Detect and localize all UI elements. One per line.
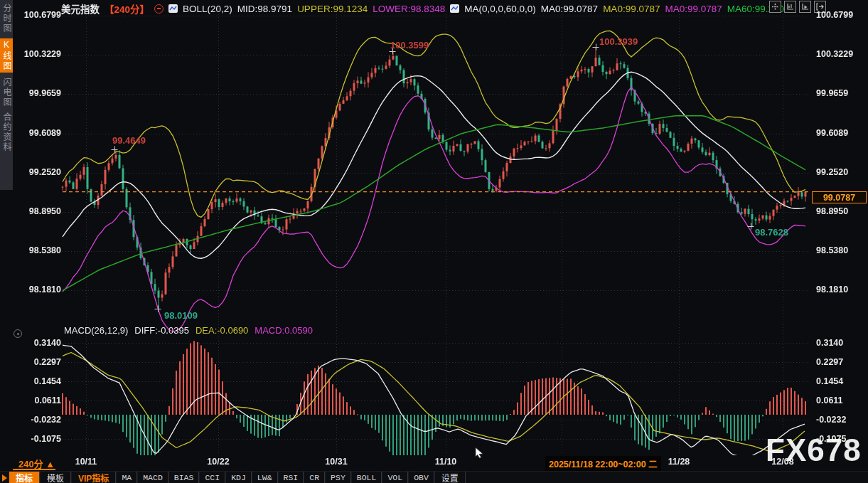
toolbar-item-macd[interactable]: MACD	[137, 472, 168, 483]
macd-params-label: MACD(26,12,9)	[64, 325, 128, 336]
period-label[interactable]: 【240分】	[105, 1, 149, 16]
price-axis-label: 99.2520	[816, 167, 860, 177]
macd-dea-value: DEA:-0.0690	[195, 325, 248, 336]
boll-label: BOLL(20,2)	[183, 4, 232, 14]
macd-axis-label: 0.2297	[17, 357, 61, 367]
date-tick: 11/10	[435, 457, 457, 467]
price-axis-label: 100.3229	[17, 49, 61, 59]
date-tick: 10/22	[207, 457, 229, 467]
low-label: 98.7628	[755, 227, 788, 238]
left-sidebar: 分时图 K线图 闪电图 合约资料	[0, 0, 13, 190]
high-label: 100.3939	[599, 36, 638, 47]
macd-axis-label: 0.2297	[816, 357, 860, 367]
toolbar-item-rsi[interactable]: RSI	[278, 472, 304, 483]
macd-axis-label: 0.1454	[17, 376, 61, 386]
toolbar-item-vol[interactable]: VOL	[382, 472, 408, 483]
toolbar-item-obv[interactable]: OBV	[408, 472, 434, 483]
macd-macd-value: MACD:0.0590	[254, 325, 313, 336]
date-tick: 11/28	[668, 457, 690, 467]
price-axis-label: 99.9659	[816, 88, 860, 98]
chart-header: 美元指数 【240分】 BOLL(20,2) MID:98.9791 UPPER…	[61, 2, 790, 15]
toolbar-corner-icon[interactable]	[0, 472, 9, 483]
macd-axis-label: -0.0232	[17, 415, 61, 425]
indicator-pane-icon[interactable]	[14, 329, 22, 338]
high-label: 100.3599	[390, 40, 429, 51]
indicator-toolbar: 指标 模板 VIP指标 MA MACD BIAS CCI KDJ LW& RSI…	[0, 471, 868, 483]
price-axis-label: 98.5380	[17, 245, 61, 255]
boll-lower-value: LOWER:98.8348	[373, 4, 445, 14]
price-axis-label: 99.6089	[816, 128, 860, 138]
sidebar-tab-contract-info[interactable]: 合约资料	[0, 112, 13, 152]
toolbar-item-psy[interactable]: PSY	[325, 472, 351, 483]
period-underline	[13, 469, 55, 470]
play-chart-icon[interactable]	[799, 1, 811, 13]
price-axis-label: 98.1810	[816, 285, 860, 294]
price-axis-label: 98.1810	[17, 285, 61, 294]
price-axis-label: 100.6799	[816, 10, 860, 20]
toolbar-item-bias[interactable]: BIAS	[168, 472, 200, 483]
toolbar-item-indicator[interactable]: 指标	[9, 472, 40, 483]
macd-axis-label: -0.1075	[17, 434, 61, 444]
toolbar-item-boll[interactable]: BOLL	[351, 472, 382, 483]
sidebar-tab-lightning[interactable]: 闪电图	[0, 78, 13, 107]
ma0-white-value: MA0:99.0787	[541, 4, 598, 14]
toolbar-item-kdj[interactable]: KDJ	[225, 472, 252, 483]
time-axis-row	[0, 455, 868, 469]
ma0-yellow-value: MA0:99.0787	[603, 4, 660, 14]
price-axis-label: 100.3229	[816, 49, 860, 59]
symbol-name: 美元指数	[61, 1, 100, 16]
price-macd-chart[interactable]	[0, 0, 868, 471]
price-axis-label: 99.6089	[17, 128, 61, 138]
axis-scale-icon[interactable]	[784, 1, 796, 13]
price-axis-label: 98.5380	[816, 245, 860, 255]
date-tick: 10/31	[325, 457, 347, 467]
boll-mid-value: MID:98.9791	[237, 4, 292, 14]
ma0-magenta-value: MA0:99.0787	[665, 4, 722, 14]
fx678-watermark: FX678	[766, 432, 862, 468]
low-label: 98.0109	[164, 310, 198, 321]
toolbar-item-cr[interactable]: CR	[304, 472, 325, 483]
toolbar-item-ma[interactable]: MA	[116, 472, 137, 483]
macd-axis-label: 0.3140	[17, 338, 61, 348]
price-axis-label: 99.9659	[17, 88, 61, 98]
boll-chart-icon[interactable]	[168, 4, 178, 13]
sidebar-tab-timeline[interactable]: 分时图	[0, 4, 13, 33]
mouse-cursor	[475, 447, 485, 461]
macd-header: MACD(26,12,9) DIFF:-0.0395 DEA:-0.0690 M…	[64, 325, 313, 336]
price-axis-label: 100.6799	[17, 10, 61, 20]
macd-axis-label: 0.3140	[816, 338, 860, 348]
toolbar-item-settings[interactable]: 设置	[434, 472, 466, 483]
ma-label: MA(0,0,0,60,0,0)	[464, 4, 536, 14]
toolbar-item-vip-indicator[interactable]: VIP指标	[71, 472, 116, 483]
ma-chart-icon[interactable]	[450, 4, 459, 13]
boll-upper-value: UPPER:99.1234	[297, 4, 368, 14]
price-axis-label: 99.2520	[17, 167, 61, 177]
date-tick: 10/11	[75, 457, 97, 467]
toolbar-item-cci[interactable]: CCI	[199, 472, 225, 483]
macd-diff-value: DIFF:-0.0395	[134, 325, 189, 336]
toolbar-item-lwr[interactable]: LW&	[252, 472, 278, 483]
remove-indicator-icon[interactable]	[154, 4, 164, 14]
macd-axis-label: 0.0611	[17, 396, 61, 405]
move-icon[interactable]	[769, 1, 781, 13]
high-label: 99.4649	[112, 135, 146, 146]
macd-axis-label: -0.0232	[816, 415, 860, 425]
price-axis-label: 98.8950	[17, 206, 61, 216]
macd-axis-label: 0.0611	[816, 396, 860, 405]
macd-axis-label: 0.1454	[816, 376, 860, 386]
highlighted-datetime: 2025/11/18 22:00~02:00 二	[545, 456, 661, 471]
toolbar-item-template[interactable]: 模板	[40, 472, 71, 483]
price-axis-label: 98.8950	[816, 206, 860, 216]
last-price-tag: 99.0787	[812, 191, 867, 203]
sidebar-tab-kline[interactable]: K线图	[0, 38, 13, 73]
